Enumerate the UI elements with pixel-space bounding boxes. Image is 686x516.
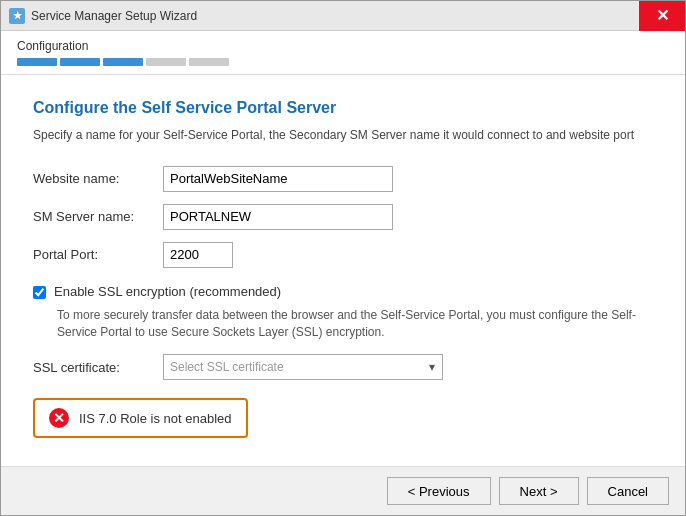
cancel-button[interactable]: Cancel bbox=[587, 477, 669, 505]
previous-button[interactable]: < Previous bbox=[387, 477, 491, 505]
ssl-cert-label: SSL certificate: bbox=[33, 360, 163, 375]
ssl-checkbox[interactable] bbox=[33, 286, 46, 299]
progress-step-1 bbox=[17, 58, 57, 66]
website-name-row: Website name: bbox=[33, 166, 653, 192]
sm-server-row: SM Server name: bbox=[33, 204, 653, 230]
progress-step-3 bbox=[103, 58, 143, 66]
sm-server-input[interactable] bbox=[163, 204, 393, 230]
portal-port-row: Portal Port: bbox=[33, 242, 653, 268]
ssl-cert-row: SSL certificate: Select SSL certificate bbox=[33, 354, 653, 380]
footer: < Previous Next > Cancel bbox=[1, 466, 685, 515]
ssl-cert-select[interactable]: Select SSL certificate bbox=[163, 354, 443, 380]
section-title: Configure the Self Service Portal Server bbox=[33, 99, 653, 117]
portal-port-input[interactable] bbox=[163, 242, 233, 268]
section-description: Specify a name for your Self-Service Por… bbox=[33, 127, 653, 144]
ssl-select-wrapper: Select SSL certificate bbox=[163, 354, 443, 380]
progress-area: Configuration bbox=[1, 31, 685, 75]
next-button[interactable]: Next > bbox=[499, 477, 579, 505]
wizard-window: ★ Service Manager Setup Wizard ✕ Configu… bbox=[0, 0, 686, 516]
window-title: Service Manager Setup Wizard bbox=[31, 9, 197, 23]
wizard-body: Configuration Configure the Self Service… bbox=[1, 31, 685, 515]
progress-step-4 bbox=[146, 58, 186, 66]
website-name-label: Website name: bbox=[33, 171, 163, 186]
window-icon: ★ bbox=[9, 8, 25, 24]
sm-server-label: SM Server name: bbox=[33, 209, 163, 224]
progress-label: Configuration bbox=[17, 39, 669, 53]
ssl-description: To more securely transfer data between t… bbox=[57, 307, 653, 341]
progress-step-5 bbox=[189, 58, 229, 66]
close-button[interactable]: ✕ bbox=[639, 1, 685, 31]
portal-port-label: Portal Port: bbox=[33, 247, 163, 262]
content-area: Configure the Self Service Portal Server… bbox=[1, 75, 685, 466]
error-text: IIS 7.0 Role is not enabled bbox=[79, 411, 232, 426]
title-bar: ★ Service Manager Setup Wizard ✕ bbox=[1, 1, 685, 31]
website-name-input[interactable] bbox=[163, 166, 393, 192]
error-box: ✕ IIS 7.0 Role is not enabled bbox=[33, 398, 248, 438]
ssl-checkbox-row: Enable SSL encryption (recommended) bbox=[33, 284, 653, 299]
progress-steps bbox=[17, 58, 669, 66]
ssl-checkbox-label: Enable SSL encryption (recommended) bbox=[54, 284, 281, 299]
error-icon: ✕ bbox=[49, 408, 69, 428]
progress-step-2 bbox=[60, 58, 100, 66]
